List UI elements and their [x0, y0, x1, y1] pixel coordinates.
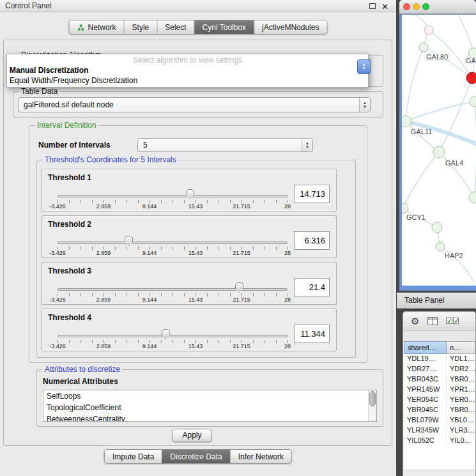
number-of-intervals-stepper[interactable]: ▲ ▼: [302, 139, 312, 151]
network-edge[interactable]: [403, 152, 439, 208]
threshold-4-slider-thumb[interactable]: [162, 329, 170, 339]
gear-icon[interactable]: ⚙: [411, 316, 419, 326]
network-edge[interactable]: [406, 47, 424, 121]
cell[interactable]: YBR043C: [404, 374, 447, 385]
tab-style[interactable]: Style: [124, 20, 157, 34]
table-row[interactable]: YER054CYER0…: [404, 395, 475, 405]
threshold-4-value-field[interactable]: 11.344: [294, 325, 330, 343]
tab-impute-data[interactable]: Impute Data: [105, 450, 162, 463]
tab-jactivemnodules[interactable]: jActiveMNodules: [254, 20, 326, 34]
float-window-icon[interactable]: [369, 3, 376, 9]
algorithm-option-equal-width[interactable]: Equal Width/Frequency Discretization: [7, 75, 368, 86]
scrollbar-thumb[interactable]: [369, 391, 376, 406]
threshold-3-slider-thumb[interactable]: [235, 282, 243, 293]
columns-icon[interactable]: [427, 317, 438, 325]
horizontal-scrollbar[interactable]: [403, 470, 475, 476]
scale-label: 2.859: [96, 250, 111, 256]
attributes-legend: Attributes to discretize: [42, 365, 123, 374]
cell[interactable]: YLR345W: [404, 426, 447, 436]
select-columns-checkboxes-icon[interactable]: [446, 318, 459, 325]
cell[interactable]: YBL079W: [404, 415, 447, 426]
control-panel-title: Control Panel: [5, 1, 52, 10]
cell[interactable]: YBR0…: [447, 374, 475, 385]
cell[interactable]: YER0…: [447, 395, 475, 405]
threshold-1-slider-track[interactable]: [58, 195, 288, 197]
cell[interactable]: YBL0…: [447, 415, 475, 426]
network-node[interactable]: [419, 43, 428, 52]
list-item[interactable]: TopologicalCoefficient: [43, 402, 376, 413]
cell[interactable]: YDR27…: [404, 364, 447, 374]
network-canvas[interactable]: GAL80GAGAL11GAL4GCY1HAP2: [402, 15, 476, 286]
close-icon[interactable]: ✕: [381, 1, 388, 13]
tab-network[interactable]: Network: [70, 20, 124, 34]
network-node[interactable]: [470, 96, 476, 107]
network-view-window: GAL80GAGAL11GAL4GCY1HAP2: [399, 0, 476, 291]
list-item[interactable]: SelfLoops: [43, 390, 376, 402]
table-data-stepper[interactable]: ▲ ▼: [359, 98, 370, 112]
table-body: YDL19…YDL1… YDR27…YDR2… YBR043CYBR0… YPR…: [404, 354, 475, 470]
cell[interactable]: YER054C: [404, 395, 447, 405]
cell[interactable]: YDL1…: [447, 354, 475, 364]
table-row[interactable]: YDL19…YDL1…: [404, 354, 475, 364]
threshold-1-value-field[interactable]: 14.713: [294, 185, 330, 203]
threshold-2-slider-thumb[interactable]: [125, 236, 133, 246]
algorithm-combobox-stepper[interactable]: ▲ ▼: [357, 59, 371, 74]
cell[interactable]: YLR3…: [447, 426, 475, 436]
cell[interactable]: YDR2…: [447, 364, 475, 374]
threshold-2-value-field[interactable]: 6.316: [294, 231, 330, 250]
network-node[interactable]: [466, 72, 476, 84]
apply-button[interactable]: Apply: [172, 429, 212, 442]
table-row[interactable]: YPR145WYPR1…: [404, 385, 475, 395]
network-edge[interactable]: [406, 102, 475, 121]
scale-label: -3.426: [49, 203, 66, 210]
table-row[interactable]: YBR045CYBR0…: [404, 405, 475, 415]
tab-discretize-data[interactable]: Discretize Data: [162, 450, 229, 463]
tab-select[interactable]: Select: [157, 20, 194, 34]
cell[interactable]: YBR045C: [404, 405, 447, 415]
network-node[interactable]: [433, 146, 445, 158]
column-header-name[interactable]: n…: [447, 341, 475, 354]
network-node[interactable]: [402, 116, 411, 127]
table-row[interactable]: YBR043CYBR0…: [404, 374, 475, 385]
zoom-light[interactable]: [422, 3, 429, 10]
cell[interactable]: YPR145W: [404, 385, 447, 395]
table-row[interactable]: YBL079WYBL0…: [404, 415, 475, 426]
column-header-shared-name[interactable]: shared…: [404, 341, 447, 354]
minimize-light[interactable]: [413, 3, 420, 10]
network-node[interactable]: [424, 26, 433, 35]
threshold-2-label: Threshold 2: [48, 220, 91, 229]
table-row[interactable]: YLR345WYLR3…: [404, 426, 475, 436]
cell[interactable]: YIL0…: [447, 436, 475, 446]
tab-discretize-data-label: Discretize Data: [170, 452, 222, 461]
list-item[interactable]: BetweennessCentrality: [43, 413, 376, 422]
close-light[interactable]: [403, 3, 410, 10]
scale-label: 9.144: [142, 343, 157, 349]
number-of-intervals-combobox[interactable]: 5 ▲ ▼: [137, 138, 313, 152]
threshold-2-slider-track[interactable]: [58, 242, 288, 244]
table-row[interactable]: YDR27…YDR2…: [404, 364, 475, 374]
tab-network-label: Network: [88, 23, 116, 32]
cell[interactable]: YDL19…: [404, 354, 447, 364]
network-edge[interactable]: [424, 47, 472, 78]
threshold-3-slider-track[interactable]: [58, 288, 288, 291]
algorithm-option-manual[interactable]: Manual Discretization: [7, 65, 368, 75]
stepper-down-icon: ▼: [362, 67, 366, 70]
table-data-combobox[interactable]: galFiltered.sif default node ▲ ▼: [18, 97, 371, 112]
list-scrollbar[interactable]: [368, 390, 376, 421]
cell[interactable]: YBR0…: [447, 405, 475, 415]
network-node[interactable]: [469, 192, 476, 203]
network-node[interactable]: [402, 203, 408, 213]
slider-scale: -3.426 2.859 9.144 15.43 21.715 28: [58, 203, 288, 211]
tab-infer-network[interactable]: Infer Network: [230, 450, 291, 463]
threshold-1-slider-thumb[interactable]: [186, 189, 194, 199]
threshold-3-value-field[interactable]: 21.4: [294, 278, 330, 296]
threshold-4-slider-track[interactable]: [58, 335, 288, 337]
network-node[interactable]: [432, 222, 442, 233]
cell[interactable]: YPR1…: [447, 385, 475, 395]
network-node[interactable]: [436, 242, 445, 251]
slider-scale: -3.426 2.859 9.144 15.43 21.715 28: [58, 250, 288, 257]
tab-cyni-toolbox[interactable]: Cyni Toolbox: [194, 20, 254, 34]
table-row[interactable]: YIL052CYIL0…: [404, 436, 475, 446]
network-edge[interactable]: [458, 15, 473, 53]
cell[interactable]: YIL052C: [404, 436, 447, 446]
